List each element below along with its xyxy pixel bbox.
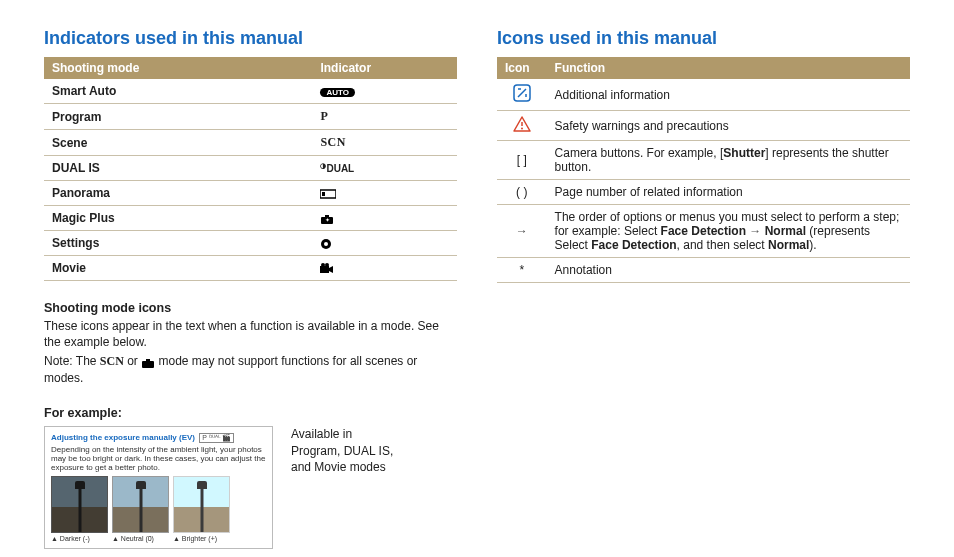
left-column: Indicators used in this manual Shooting …: [44, 28, 457, 549]
example-desc: Depending on the intensity of the ambien…: [51, 445, 266, 473]
settings-icon: [312, 231, 457, 256]
right-heading: Icons used in this manual: [497, 28, 910, 49]
table-row: Safety warnings and precautions: [497, 111, 910, 141]
example-title: Adjusting the exposure manually (EV): [51, 433, 195, 442]
table-row: → The order of options or menus you must…: [497, 205, 910, 258]
svg-point-10: [521, 128, 523, 130]
svg-text:✦: ✦: [325, 217, 330, 223]
table-row: DUAL IS◑DUAL: [44, 156, 457, 181]
th-shooting-mode: Shooting mode: [44, 57, 312, 79]
svg-point-6: [321, 263, 325, 267]
table-row: * Annotation: [497, 258, 910, 283]
program-icon: P: [312, 104, 457, 130]
shooting-mode-icons-note: Note: The SCN or mode may not support fu…: [44, 353, 457, 385]
brackets-icon: [ ]: [497, 141, 547, 180]
panorama-icon: [312, 181, 457, 206]
example-side-caption: Available in Program, DUAL IS, and Movie…: [291, 426, 401, 476]
th-indicator: Indicator: [312, 57, 457, 79]
svg-point-4: [324, 242, 328, 246]
shooting-mode-table: Shooting mode Indicator Smart AutoAUTO P…: [44, 57, 457, 281]
thumb-brighter: ▲ Brighter (+): [173, 476, 228, 542]
arrow-icon: →: [497, 205, 547, 258]
dual-is-icon: ◑DUAL: [312, 156, 457, 181]
example-modes-badge: P ᴰᵁᴬᴸ 🎬: [199, 433, 233, 443]
svg-rect-1: [322, 192, 325, 196]
table-row: Additional information: [497, 79, 910, 111]
table-row: [ ] Camera buttons. For example, [Shutte…: [497, 141, 910, 180]
magic-plus-icon: ✦: [312, 206, 457, 231]
svg-point-7: [325, 263, 329, 267]
table-row: Smart AutoAUTO: [44, 79, 457, 104]
movie-icon: [312, 256, 457, 281]
shooting-mode-icons-desc: These icons appear in the text when a fu…: [44, 318, 457, 350]
shooting-mode-icons-title: Shooting mode icons: [44, 301, 457, 315]
parens-icon: ( ): [497, 180, 547, 205]
note-icon: [497, 79, 547, 111]
scn-inline-icon: SCN: [100, 354, 124, 368]
th-icon: Icon: [497, 57, 547, 79]
thumb-neutral: ▲ Neutral (0): [112, 476, 167, 542]
right-column: Icons used in this manual Icon Function …: [497, 28, 910, 549]
auto-icon: AUTO: [320, 88, 355, 97]
icons-table: Icon Function Additional information Saf…: [497, 57, 910, 283]
scene-icon: SCN: [312, 130, 457, 156]
table-row: Movie: [44, 256, 457, 281]
table-row: ProgramP: [44, 104, 457, 130]
magic-plus-inline-icon: [141, 357, 155, 368]
th-function: Function: [547, 57, 910, 79]
table-row: Panorama: [44, 181, 457, 206]
table-row: Magic Plus✦: [44, 206, 457, 231]
table-row: ( ) Page number of related information: [497, 180, 910, 205]
table-row: SceneSCN: [44, 130, 457, 156]
thumb-darker: ▲ Darker (-): [51, 476, 106, 542]
example-box: Adjusting the exposure manually (EV) P ᴰ…: [44, 426, 273, 550]
table-row: Settings: [44, 231, 457, 256]
svg-rect-5: [320, 266, 329, 273]
asterisk-icon: *: [497, 258, 547, 283]
for-example-label: For example:: [44, 406, 457, 420]
left-heading: Indicators used in this manual: [44, 28, 457, 49]
warning-icon: [497, 111, 547, 141]
